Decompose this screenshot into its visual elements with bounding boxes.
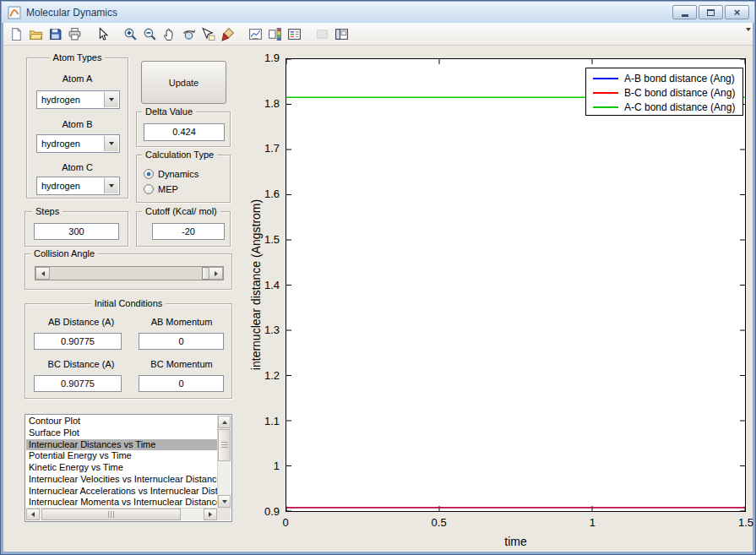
radio-button-icon[interactable] — [144, 184, 154, 194]
x-axis-label: time — [286, 535, 746, 548]
atom-c-dropdown-arrow-icon[interactable] — [104, 178, 118, 193]
bc-distance-label: BC Distance (A) — [34, 359, 128, 369]
scroll-right-button[interactable] — [204, 509, 217, 520]
zoom-out-icon[interactable] — [140, 24, 159, 43]
minimize-icon — [682, 14, 688, 17]
cutoff-input[interactable]: -20 — [152, 223, 225, 240]
list-item[interactable]: Internuclear Distances vs Time — [26, 439, 217, 451]
atom-types-panel-title: Atom Types — [50, 52, 106, 63]
zoom-in-icon[interactable] — [121, 24, 139, 43]
scrollbar-corner — [217, 508, 231, 520]
insert-legend-icon[interactable] — [285, 24, 303, 43]
calculation-type-options: DynamicsMEP — [137, 155, 230, 202]
data-cursor-icon[interactable] — [199, 24, 217, 43]
link-plot-icon[interactable] — [246, 24, 264, 43]
legend-label: B-C bond distance (Ang) — [624, 87, 735, 99]
radio-button-icon[interactable] — [144, 169, 154, 179]
atom-c-label: Atom C — [27, 162, 128, 172]
toolbar-separator — [84, 24, 92, 43]
steps-panel: Steps 300 — [24, 211, 128, 247]
hide-plot-tools-icon[interactable] — [313, 24, 331, 43]
new-figure-icon[interactable] — [7, 24, 25, 43]
atom-c-select[interactable]: hydrogen — [36, 177, 120, 195]
atom-a-dropdown-arrow-icon[interactable] — [104, 92, 118, 107]
open-file-icon[interactable] — [26, 24, 45, 43]
maximize-icon — [707, 9, 715, 16]
y-axis-label: internuclear distance (Angstrom) — [249, 57, 264, 513]
radio-mep[interactable]: MEP — [144, 182, 178, 196]
scroll-left-button[interactable] — [26, 509, 40, 520]
app-icon — [8, 6, 21, 19]
ab-momentum-input[interactable]: 0 — [139, 333, 224, 350]
delta-value-input[interactable]: 0.424 — [144, 123, 225, 141]
plot-type-listbox[interactable]: Contour PlotSurface PlotInternuclear Dis… — [24, 414, 232, 522]
edit-plot-icon[interactable] — [93, 24, 111, 43]
x-tick-label: 0.5 — [418, 516, 460, 529]
collision-angle-slider[interactable] — [35, 266, 224, 280]
close-icon: × — [734, 7, 741, 18]
horizontal-scrollbar-thumb[interactable] — [41, 509, 181, 520]
brush-data-icon[interactable] — [218, 24, 237, 43]
window-controls: × — [672, 5, 749, 19]
list-item[interactable]: Internuclear Accelerations vs Internucle… — [26, 486, 217, 498]
list-horizontal-scrollbar[interactable] — [26, 508, 217, 520]
legend-entry: A-C bond distance (Ang) — [586, 100, 742, 114]
cutoff-panel: Cutoff (Kcal/ mol) -20 — [136, 211, 231, 247]
list-item[interactable]: Internuclear Momenta vs Internuclear Dis… — [26, 497, 217, 508]
scroll-down-button[interactable] — [218, 495, 231, 508]
print-figure-icon[interactable] — [65, 24, 84, 43]
plot-axes — [286, 58, 746, 512]
list-item[interactable]: Internuclear Velocities vs Internuclear … — [26, 474, 217, 486]
maximize-button[interactable] — [699, 5, 723, 19]
collision-angle-panel: Collision Angle — [24, 253, 232, 290]
list-item[interactable]: Kinetic Energy vs Time — [26, 462, 217, 474]
slider-left-arrow-icon[interactable] — [35, 267, 50, 280]
toolbar-separator — [112, 24, 120, 43]
bc-momentum-input[interactable]: 0 — [139, 375, 224, 392]
radio-label: MEP — [158, 184, 178, 194]
list-item[interactable]: Contour Plot — [26, 416, 217, 427]
minimize-button[interactable] — [672, 5, 697, 19]
app-window: Molecular Dynamics × Atom Types Atom A h… — [0, 0, 756, 555]
insert-colorbar-icon[interactable] — [265, 24, 284, 43]
x-tick-label: 1.5 — [725, 516, 756, 529]
steps-input[interactable]: 300 — [34, 223, 119, 240]
list-vertical-scrollbar[interactable] — [217, 416, 231, 508]
atom-b-dropdown-arrow-icon[interactable] — [104, 136, 118, 151]
atom-b-select[interactable]: hydrogen — [36, 134, 120, 153]
legend-line-sample — [593, 78, 618, 79]
atom-a-label: Atom A — [27, 73, 128, 84]
scroll-up-button[interactable] — [218, 416, 231, 428]
legend: A-B bond distance (Ang)B-C bond distance… — [585, 68, 743, 116]
list-item[interactable]: Potential Energy vs Time — [26, 450, 217, 462]
initial-conditions-panel: Initial Conditions AB Distance (A) AB Mo… — [24, 303, 232, 399]
atom-types-panel: Atom Types Atom A hydrogen Atom B hydrog… — [26, 57, 128, 199]
show-plot-tools-icon[interactable] — [332, 24, 351, 43]
close-button[interactable]: × — [725, 5, 749, 19]
atom-a-value: hydrogen — [41, 95, 80, 105]
atom-a-select[interactable]: hydrogen — [36, 90, 120, 109]
toolbar — [3, 23, 753, 46]
update-button[interactable]: Update — [141, 61, 226, 104]
cutoff-panel-title: Cutoff (Kcal/ mol) — [142, 206, 220, 217]
x-tick-label: 1 — [571, 516, 613, 529]
delta-value-panel-title: Delta Value — [142, 106, 196, 117]
toolbar-separator — [237, 24, 245, 43]
list-item[interactable]: Surface Plot — [26, 427, 217, 439]
ab-distance-label: AB Distance (A) — [34, 317, 128, 327]
initial-conditions-panel-title: Initial Conditions — [91, 298, 166, 309]
vertical-scrollbar-thumb[interactable] — [218, 429, 231, 461]
bc-distance-input[interactable]: 0.90775 — [34, 375, 122, 392]
atom-b-value: hydrogen — [41, 139, 80, 149]
save-figure-icon[interactable] — [46, 24, 64, 43]
pan-icon[interactable] — [160, 24, 178, 43]
ab-distance-input[interactable]: 0.90775 — [34, 333, 122, 350]
delta-value-panel: Delta Value 0.424 — [136, 112, 231, 147]
toolbar-overflow-icon[interactable] — [746, 31, 751, 46]
slider-right-arrow-icon[interactable] — [209, 267, 223, 280]
rotate-3d-icon[interactable] — [179, 24, 198, 43]
radio-dynamics[interactable]: Dynamics — [144, 167, 199, 181]
window-title: Molecular Dynamics — [26, 7, 117, 19]
plot-type-list: Contour PlotSurface PlotInternuclear Dis… — [26, 416, 217, 508]
steps-panel-title: Steps — [32, 206, 63, 217]
